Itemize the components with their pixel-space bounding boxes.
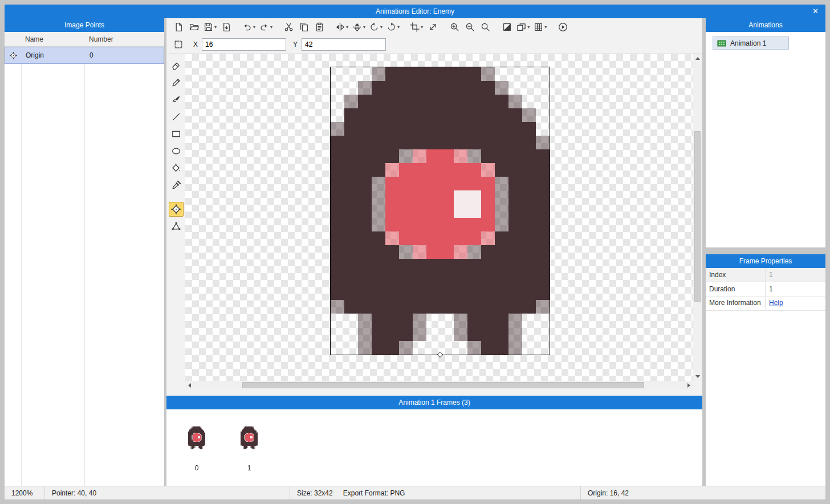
- play-animation-button[interactable]: [555, 19, 570, 34]
- open-folder-button[interactable]: [186, 19, 201, 34]
- ellipse-icon: [171, 146, 181, 156]
- rotate-anticlockwise-button[interactable]: ▾: [368, 19, 384, 34]
- zoom-out-button[interactable]: [462, 19, 477, 34]
- fill-icon: [171, 163, 181, 173]
- frame-thumbnail[interactable]: 0: [181, 426, 213, 472]
- eraser-tool-button[interactable]: [169, 58, 184, 73]
- scroll-down-arrow[interactable]: [693, 372, 702, 381]
- paste-button[interactable]: [312, 19, 327, 34]
- crop-button[interactable]: ▾: [408, 19, 425, 34]
- animations-panel: Animations Animation 1: [706, 18, 825, 247]
- flip-vertical-button[interactable]: ▾: [351, 19, 367, 34]
- property-row-more-information: More Information Help: [706, 296, 825, 311]
- new-file-button[interactable]: [171, 19, 186, 34]
- line-tool-button[interactable]: [169, 109, 184, 124]
- dropdown-arrow-icon[interactable]: ▾: [380, 25, 383, 30]
- index-label: Index: [706, 268, 766, 282]
- image-points-header: Image Points: [5, 18, 164, 32]
- left-triangle-icon: [188, 383, 191, 388]
- flip-horizontal-button[interactable]: ▾: [333, 19, 350, 34]
- index-value: 1: [766, 268, 825, 282]
- animation-item[interactable]: Animation 1: [713, 36, 789, 50]
- vertical-scroll-thumb[interactable]: [694, 131, 701, 302]
- number-column-header: Number: [84, 35, 164, 43]
- redo-button[interactable]: ▾: [258, 19, 274, 34]
- sprite-size: Size: 32x42: [297, 489, 333, 497]
- y-input[interactable]: [302, 38, 386, 51]
- onion-skin-button[interactable]: ▾: [515, 19, 531, 34]
- dropdown-arrow-icon[interactable]: ▾: [397, 25, 400, 30]
- scroll-left-arrow[interactable]: [185, 381, 194, 389]
- zoom-reset-button[interactable]: [478, 19, 493, 34]
- zoom-in-button[interactable]: [447, 19, 462, 34]
- undo-button[interactable]: ▾: [241, 19, 257, 34]
- frames-panel-header: Animation 1 Frames (3): [166, 396, 702, 409]
- origin-coordinates: Origin: 16, 42: [588, 489, 629, 497]
- toolbar-separator: [549, 27, 555, 27]
- y-label: Y: [293, 40, 298, 48]
- image-point-number: 0: [85, 51, 164, 59]
- fill-tool-button[interactable]: [169, 161, 184, 176]
- frame-properties-panel: Frame Properties Index 1 Duration 1 More…: [706, 254, 825, 486]
- x-input[interactable]: [202, 38, 286, 51]
- open-folder-icon: [189, 22, 199, 32]
- pencil-tool-button[interactable]: [169, 75, 184, 90]
- onion-skin-icon: [516, 22, 526, 32]
- duration-value[interactable]: 1: [766, 282, 825, 296]
- selection-tool-button[interactable]: [171, 37, 186, 52]
- dropdown-arrow-icon[interactable]: ▾: [270, 25, 272, 30]
- window-title: Animations Editor: Enemy: [376, 7, 454, 15]
- horizontal-scroll-thumb[interactable]: [242, 382, 644, 388]
- sprite-canvas[interactable]: [331, 67, 550, 355]
- scroll-right-arrow[interactable]: [685, 381, 693, 389]
- vertical-scrollbar[interactable]: [693, 54, 702, 381]
- collision-polygon-tool-button[interactable]: [169, 219, 184, 234]
- export-image-button[interactable]: [219, 19, 234, 34]
- copy-button[interactable]: [296, 19, 311, 34]
- dropdown-arrow-icon[interactable]: ▾: [346, 25, 348, 30]
- scroll-up-arrow[interactable]: [693, 54, 702, 63]
- frame-thumbnail[interactable]: 1: [233, 426, 265, 472]
- close-button[interactable]: ✕: [812, 5, 819, 18]
- canvas-area[interactable]: [185, 54, 693, 381]
- right-column: Animations Animation 1 Frame Properties …: [706, 18, 825, 486]
- rotate-clockwise-button[interactable]: ▾: [385, 19, 401, 34]
- image-point-row-origin[interactable]: Origin 0: [5, 47, 164, 64]
- pointer-position: Pointer: 40, 40: [52, 489, 96, 497]
- flip-horizontal-icon: [335, 22, 345, 32]
- dropdown-arrow-icon[interactable]: ▾: [363, 25, 365, 30]
- dropdown-arrow-icon[interactable]: ▾: [544, 25, 547, 30]
- rotate-anticlockwise-icon: [369, 22, 379, 32]
- play-animation-icon: [558, 22, 568, 32]
- help-link[interactable]: Help: [769, 299, 783, 307]
- origin-tool-button[interactable]: [169, 202, 184, 217]
- sprite-selection-box[interactable]: [331, 67, 550, 355]
- dropdown-arrow-icon[interactable]: ▾: [253, 25, 255, 30]
- origin-icon: [171, 204, 181, 214]
- collision-polygon-icon: [171, 221, 181, 231]
- grid-button[interactable]: ▾: [532, 19, 548, 34]
- zoom-level: 1200%: [11, 489, 32, 497]
- invert-background-button[interactable]: [499, 19, 514, 34]
- ellipse-tool-button[interactable]: [169, 144, 184, 158]
- cut-button[interactable]: [281, 19, 296, 34]
- frame-number-label: 1: [247, 464, 251, 472]
- resize-button[interactable]: [425, 19, 440, 34]
- image-points-panel: Image Points Name Number Origin 0: [5, 18, 164, 486]
- save-button[interactable]: ▾: [202, 19, 218, 34]
- dropdown-arrow-icon[interactable]: ▾: [527, 25, 530, 30]
- toolbar-separator: [234, 27, 241, 27]
- origin-marker[interactable]: [437, 352, 444, 358]
- brush-tool-button[interactable]: [169, 92, 184, 107]
- dropdown-arrow-icon[interactable]: ▾: [421, 25, 423, 30]
- rectangle-tool-button[interactable]: [169, 127, 184, 141]
- editor-center-column: ▾▾▾▾▾▾▾▾▾▾ X Y Animation 1 Frames (: [166, 18, 702, 486]
- horizontal-scrollbar[interactable]: [185, 381, 693, 389]
- dropdown-arrow-icon[interactable]: ▾: [214, 25, 217, 30]
- toolbar-separator: [327, 27, 333, 27]
- zoom-in-icon: [450, 22, 459, 32]
- invert-background-icon: [502, 22, 512, 32]
- eyedropper-tool-button[interactable]: [169, 178, 184, 193]
- column-divider: [21, 32, 22, 486]
- title-bar[interactable]: Animations Editor: Enemy ✕: [5, 5, 825, 18]
